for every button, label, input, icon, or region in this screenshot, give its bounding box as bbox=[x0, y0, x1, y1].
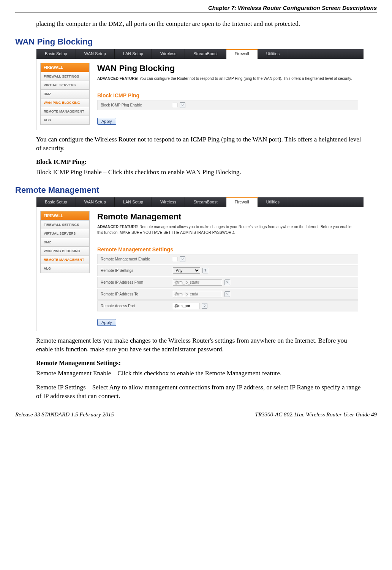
advanced-feature-label: ADVANCED FEATURE! bbox=[97, 225, 139, 229]
chapter-header: Chapter 7: Wireless Router Configuration… bbox=[15, 5, 377, 13]
panel-title: WAN Ping Blocking bbox=[97, 64, 358, 73]
remote-ip-to-input[interactable] bbox=[173, 291, 222, 297]
side-nav: FIREWALLFIREWALL SETTINGSVIRTUAL SERVERS… bbox=[40, 63, 90, 125]
sidenav-item-virtual-servers[interactable]: VIRTUAL SERVERS bbox=[40, 229, 90, 238]
help-icon[interactable]: ? bbox=[202, 303, 207, 309]
help-icon[interactable]: ? bbox=[224, 291, 230, 297]
field-remote-ip-from: Remote IP Address From ? bbox=[97, 277, 358, 288]
tab-basic-setup[interactable]: Basic Setup bbox=[36, 49, 76, 59]
block-icmp-checkbox[interactable] bbox=[173, 103, 177, 107]
section1-strong: Block ICMP Ping: bbox=[36, 158, 364, 166]
tab-firewall[interactable]: Firewall bbox=[226, 49, 258, 59]
side-nav: FIREWALLFIREWALL SETTINGSVIRTUAL SERVERS… bbox=[40, 211, 90, 326]
field-label: Block ICMP Ping Enable bbox=[101, 103, 173, 107]
panel-title: Remote Management bbox=[97, 212, 358, 222]
sidenav-item-remote-management[interactable]: REMOTE MANAGEMENT bbox=[40, 107, 90, 116]
tab-bar: Basic SetupWAN SetupLAN SetupWirelessStr… bbox=[36, 197, 364, 207]
panel-description: ADVANCED FEATURE! You can configure the … bbox=[97, 76, 358, 87]
tab-lan-setup[interactable]: LAN Setup bbox=[115, 197, 152, 207]
tab-streamboost[interactable]: StreamBoost bbox=[185, 49, 226, 59]
sidenav-item-alg[interactable]: ALG bbox=[40, 116, 90, 125]
field-remote-access-port: Remote Access Port ? bbox=[97, 300, 358, 311]
screenshot-remote-mgmt: Basic SetupWAN SetupLAN SetupWirelessStr… bbox=[36, 197, 364, 331]
sidenav-item-wan-ping-blocking[interactable]: WAN PING BLOCKING bbox=[40, 98, 90, 107]
remote-port-input[interactable] bbox=[173, 303, 199, 309]
sidenav-header: FIREWALL bbox=[40, 63, 90, 72]
sidenav-header: FIREWALL bbox=[40, 211, 90, 221]
field-label: Remote Access Port bbox=[101, 304, 173, 308]
remote-ip-from-input[interactable] bbox=[173, 279, 222, 286]
section2-paragraph: Remote management lets you make changes … bbox=[36, 337, 364, 354]
field-block-icmp-enable: Block ICMP Ping Enable ? bbox=[97, 100, 358, 110]
footer-left: Release 33 STANDARD 1.5 February 2015 bbox=[15, 411, 114, 418]
screenshot-wan-ping: Basic SetupWAN SetupLAN SetupWirelessStr… bbox=[36, 49, 364, 130]
tab-wireless[interactable]: Wireless bbox=[152, 49, 185, 59]
field-remote-enable: Remote Management Enable ? bbox=[97, 254, 358, 264]
sidenav-item-remote-management[interactable]: REMOTE MANAGEMENT bbox=[40, 256, 90, 264]
advanced-feature-label: ADVANCED FEATURE! bbox=[97, 76, 139, 81]
apply-button[interactable]: Apply bbox=[97, 319, 116, 326]
help-icon[interactable]: ? bbox=[202, 268, 208, 273]
field-label: Remote IP Address To bbox=[101, 292, 173, 296]
section1-paragraph: You can configure the Wireless Router no… bbox=[36, 135, 364, 153]
sidenav-item-firewall-settings[interactable]: FIREWALL SETTINGS bbox=[40, 221, 90, 229]
section-heading-wan-ping: WAN Ping Blocking bbox=[15, 37, 364, 47]
remote-enable-checkbox[interactable] bbox=[173, 257, 177, 261]
help-icon[interactable]: ? bbox=[180, 102, 185, 108]
section1-detail: Block ICMP Ping Enable – Click this chec… bbox=[36, 168, 364, 177]
field-label: Remote Management Enable bbox=[101, 257, 173, 261]
sidenav-item-dmz[interactable]: DMZ bbox=[40, 238, 90, 247]
tab-utilities[interactable]: Utilities bbox=[258, 197, 288, 207]
subsection-block-icmp: Block ICMP Ping bbox=[97, 92, 358, 98]
help-icon[interactable]: ? bbox=[224, 279, 230, 285]
field-remote-ip-to: Remote IP Address To ? bbox=[97, 289, 358, 300]
sidenav-item-dmz[interactable]: DMZ bbox=[40, 90, 90, 98]
tab-lan-setup[interactable]: LAN Setup bbox=[115, 49, 152, 59]
section-heading-remote-mgmt: Remote Management bbox=[15, 185, 364, 195]
field-label: Remote IP Address From bbox=[101, 280, 173, 284]
footer-right: TR3300-AC 802.11ac Wireless Router User … bbox=[255, 411, 377, 418]
section2-strong: Remote Management Settings: bbox=[36, 359, 364, 367]
sidenav-item-wan-ping-blocking[interactable]: WAN PING BLOCKING bbox=[40, 247, 90, 256]
tab-wan-setup[interactable]: WAN Setup bbox=[76, 49, 115, 59]
tab-bar: Basic SetupWAN SetupLAN SetupWirelessStr… bbox=[36, 49, 364, 59]
sidenav-item-firewall-settings[interactable]: FIREWALL SETTINGS bbox=[40, 72, 90, 81]
tab-streamboost[interactable]: StreamBoost bbox=[185, 197, 226, 207]
tab-basic-setup[interactable]: Basic Setup bbox=[36, 197, 76, 207]
sidenav-item-alg[interactable]: ALG bbox=[40, 264, 90, 273]
help-icon[interactable]: ? bbox=[180, 256, 185, 262]
apply-button[interactable]: Apply bbox=[97, 118, 116, 125]
subsection-remote-mgmt-settings: Remote Management Settings bbox=[97, 246, 358, 252]
tab-firewall[interactable]: Firewall bbox=[226, 197, 258, 207]
sidenav-item-virtual-servers[interactable]: VIRTUAL SERVERS bbox=[40, 81, 90, 90]
panel-description: ADVANCED FEATURE! Remote management allo… bbox=[97, 224, 358, 241]
field-label: Remote IP Settings bbox=[101, 268, 173, 273]
page-footer: Release 33 STANDARD 1.5 February 2015 TR… bbox=[15, 409, 377, 418]
section2-detail1: Remote Management Enable – Click this ch… bbox=[36, 369, 364, 378]
intro-continuation: placing the computer in the DMZ, all por… bbox=[36, 20, 364, 29]
panel-description-text: You can configure the Router not to resp… bbox=[139, 76, 352, 81]
section2-detail2: Remote IP Settings – Select Any to allow… bbox=[36, 383, 364, 401]
remote-ip-select[interactable]: Any bbox=[173, 267, 200, 274]
tab-utilities[interactable]: Utilities bbox=[258, 49, 288, 59]
tab-wan-setup[interactable]: WAN Setup bbox=[76, 197, 115, 207]
field-remote-ip-settings: Remote IP Settings Any ? bbox=[97, 265, 358, 276]
tab-wireless[interactable]: Wireless bbox=[152, 197, 185, 207]
